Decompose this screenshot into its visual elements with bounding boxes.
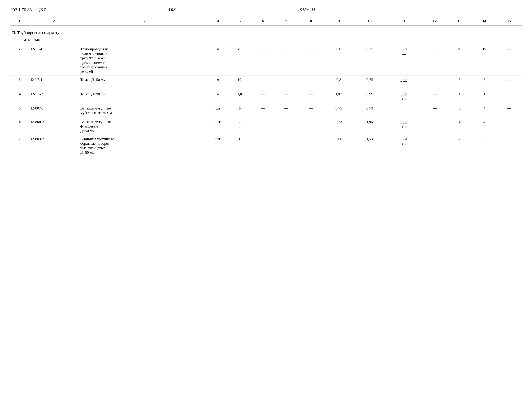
table-row: 2 I2-II8-I Трубопроводы изполиэтиленовых… bbox=[10, 45, 522, 76]
row-c14: 4 bbox=[472, 104, 497, 118]
row-c12: — bbox=[423, 104, 447, 118]
row-unit: шт bbox=[209, 104, 227, 118]
document-header: 902-I-70 83 (XI) - 103 - 1918е- 11 bbox=[10, 7, 522, 13]
col-header-4: 4 bbox=[209, 16, 227, 25]
row-c12: — bbox=[423, 90, 447, 104]
row-c13: I6 bbox=[447, 45, 472, 76]
column-headers: I 2 3 4 5 6 7 8 9 I0 II I2 I3 I4 I5 bbox=[10, 16, 522, 25]
col-header-8: 8 bbox=[298, 16, 323, 25]
row-c6: — bbox=[252, 104, 274, 118]
col-header-12: I2 bbox=[423, 16, 447, 25]
row-c7: — bbox=[274, 118, 298, 135]
row-c12: — bbox=[423, 45, 447, 76]
row-c13: I bbox=[447, 90, 472, 104]
row-c14: I bbox=[472, 90, 497, 104]
row-c12: — bbox=[423, 118, 447, 135]
row-desc: Вентили чугунныемуфтовые Д=25 мм bbox=[78, 104, 209, 118]
col-header-6: 6 bbox=[252, 16, 274, 25]
row-unit: м bbox=[209, 76, 227, 90]
row-c15: — — bbox=[497, 90, 522, 104]
row-c9: 0,8 bbox=[323, 45, 354, 76]
section-title-row: П. Трубопроводы и арматура bbox=[10, 25, 522, 36]
row-c14: I5 bbox=[472, 45, 497, 76]
row-c9: 0,75 bbox=[323, 104, 354, 118]
row-num: 7 bbox=[10, 135, 29, 157]
row-num: 6 bbox=[10, 118, 29, 135]
row-desc: Вентили чугунныефланцевыеД=50 мм bbox=[78, 118, 209, 135]
row-c9: 2,06 bbox=[323, 135, 354, 157]
row-c13: 2 bbox=[447, 135, 472, 157]
row-c11: 0,04 0,0I bbox=[385, 135, 423, 157]
header-dash2: - bbox=[183, 7, 184, 13]
row-code: I2-II8-I bbox=[29, 45, 78, 76]
row-code: I2-II8-I bbox=[29, 76, 78, 90]
row-c10: I,86 bbox=[354, 118, 385, 135]
row-unit: шт bbox=[209, 118, 227, 135]
col-header-13: I3 bbox=[447, 16, 472, 25]
row-c7: — bbox=[274, 90, 298, 104]
col-header-11: II bbox=[385, 16, 423, 25]
row-c11: — — bbox=[385, 104, 423, 118]
row-unit: шт bbox=[209, 135, 227, 157]
subsection-title-row: а) монтаж bbox=[10, 36, 522, 45]
row-c6: — bbox=[252, 45, 274, 76]
row-c10: 0,75 bbox=[354, 45, 385, 76]
col-header-5: 5 bbox=[227, 16, 252, 25]
row-c14: 2 bbox=[472, 135, 497, 157]
row-unit: м bbox=[209, 45, 227, 76]
header-dash1: - bbox=[160, 7, 162, 13]
row-c12: — bbox=[423, 135, 447, 157]
main-table: I 2 3 4 5 6 7 8 9 I0 II I2 I3 I4 I5 П. Т… bbox=[10, 16, 522, 156]
row-c8: — bbox=[298, 76, 323, 90]
row-c10: 0,99 bbox=[354, 90, 385, 104]
row-num: 3 bbox=[10, 76, 29, 90]
row-c5: I,0 bbox=[227, 90, 252, 104]
row-c5: I0 bbox=[227, 76, 252, 90]
row-desc: Трубопроводы изполиэтиленовыхтруб Д=25 м… bbox=[78, 45, 209, 76]
row-c7: — bbox=[274, 45, 298, 76]
row-c14: 8 bbox=[472, 76, 497, 90]
row-c15: — bbox=[497, 118, 522, 135]
row-c10: 0,73 bbox=[354, 104, 385, 118]
row-c11: 0,03 0,0I bbox=[385, 90, 423, 104]
row-c6: — bbox=[252, 135, 274, 157]
row-desc: То же, Д=50 мм bbox=[78, 76, 209, 90]
row-c5: I bbox=[227, 135, 252, 157]
page-number: 103 bbox=[168, 7, 176, 13]
year-label: 1918е- 11 bbox=[298, 7, 315, 13]
col-header-7: 7 bbox=[274, 16, 298, 25]
row-c6: — bbox=[252, 76, 274, 90]
row-c8: — bbox=[298, 45, 323, 76]
row-desc: Клапаны чугунныеобратные поворот-ные фла… bbox=[78, 135, 209, 157]
row-c9: 0,8 bbox=[323, 76, 354, 90]
col-header-1: I bbox=[10, 16, 29, 25]
row-c5: 6 bbox=[227, 104, 252, 118]
table-row: 3 I2-II8-I То же, Д=50 мм м I0 — — — 0,8… bbox=[10, 76, 522, 90]
row-num: 4 bbox=[10, 90, 29, 104]
col-header-9: 9 bbox=[323, 16, 354, 25]
row-c7: — bbox=[274, 76, 298, 90]
row-num: 5 bbox=[10, 104, 29, 118]
row-c8: — bbox=[298, 118, 323, 135]
row-c11: 0,02 — bbox=[385, 76, 423, 90]
row-c8: — bbox=[298, 90, 323, 104]
row-c5: 2 bbox=[227, 118, 252, 135]
row-code: I2-800-2 bbox=[29, 118, 78, 135]
row-c10: I,53 bbox=[354, 135, 385, 157]
table-row: 6 I2-800-2 Вентили чугунныефланцевыеД=50… bbox=[10, 118, 522, 135]
table-row: 5 I2-807-I Вентили чугунныемуфтовые Д=25… bbox=[10, 104, 522, 118]
row-c13: 4 bbox=[447, 118, 472, 135]
doc-number: 902-I-70 83 bbox=[10, 7, 32, 13]
row-c15: — bbox=[497, 135, 522, 157]
row-c7: — bbox=[274, 104, 298, 118]
col-header-3: 3 bbox=[78, 16, 209, 25]
row-c7: — bbox=[274, 135, 298, 157]
row-c15: — bbox=[497, 104, 522, 118]
row-c15: — — bbox=[497, 76, 522, 90]
table-row: 7 I2-803-2 Клапаны чугунныеобратные пово… bbox=[10, 135, 522, 157]
row-c11: 0,02 — bbox=[385, 45, 423, 76]
row-code: I2-807-I bbox=[29, 104, 78, 118]
subsection-title: а) монтаж bbox=[24, 38, 41, 42]
row-unit: м bbox=[209, 90, 227, 104]
section-title: П. Трубопроводы и арматура bbox=[12, 30, 63, 35]
